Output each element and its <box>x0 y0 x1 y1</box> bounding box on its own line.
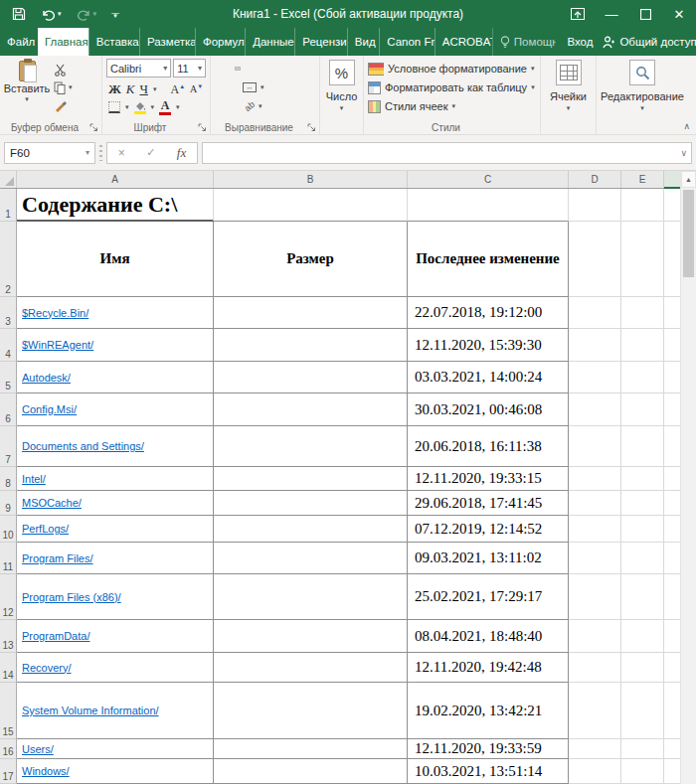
cell-modified[interactable]: 12.11.2020, 15:39:30 <box>408 329 569 362</box>
folder-link[interactable]: Windows/ <box>22 765 70 777</box>
folder-link[interactable]: Documents and Settings/ <box>22 440 144 452</box>
cell-size[interactable] <box>214 362 408 393</box>
cells-dropdown-icon[interactable]: ▾ <box>567 104 571 112</box>
row-header[interactable]: 2 <box>0 222 17 297</box>
cell-modified[interactable]: 09.03.2021, 13:11:02 <box>408 543 569 574</box>
save-icon[interactable] <box>12 7 26 21</box>
cell-modified[interactable]: 07.12.2019, 12:14:52 <box>408 516 569 543</box>
column-header-b[interactable]: B <box>214 171 408 188</box>
cells-table-icon[interactable] <box>556 60 582 85</box>
cell-empty[interactable] <box>664 759 680 784</box>
cell-empty[interactable] <box>569 426 621 467</box>
conditional-formatting-button[interactable]: Условное форматирование ▾ <box>368 60 536 78</box>
format-painter-button[interactable] <box>54 98 73 112</box>
fill-color-dropdown-icon[interactable]: ▾ <box>151 103 155 111</box>
orientation-button[interactable]: ab <box>243 98 257 112</box>
cell-size[interactable] <box>214 739 408 759</box>
merge-center-button[interactable]: ↔ <box>243 82 257 92</box>
underline-button[interactable]: Ч <box>140 81 148 97</box>
cell-empty[interactable] <box>621 543 664 574</box>
cell-name[interactable]: $WinREAgent/ <box>17 329 214 362</box>
folder-link[interactable]: Autodesk/ <box>22 372 71 384</box>
cell-empty[interactable] <box>408 189 569 222</box>
insert-function-icon[interactable]: fx <box>177 145 186 161</box>
column-header-f-selected[interactable] <box>664 171 680 189</box>
cell-empty[interactable] <box>569 759 621 784</box>
column-header-a[interactable]: A <box>17 171 214 188</box>
cell-name[interactable]: Intel/ <box>17 467 214 491</box>
row-header[interactable]: 16 <box>0 739 17 759</box>
cut-button[interactable] <box>54 63 73 77</box>
cell-empty[interactable] <box>664 189 680 222</box>
decrease-indent-button[interactable] <box>219 105 223 107</box>
orientation-dropdown-icon[interactable]: ▾ <box>259 102 262 110</box>
paste-button[interactable]: Вставить ▾ <box>4 59 50 120</box>
undo-button[interactable]: ▾ <box>41 8 62 21</box>
row-header[interactable]: 6 <box>0 393 17 426</box>
cell-modified[interactable]: 10.03.2021, 13:51:14 <box>408 759 569 784</box>
cell-empty[interactable] <box>664 620 680 653</box>
tab-formulas[interactable]: Формул <box>195 28 245 56</box>
tab-review[interactable]: Рецензи <box>294 28 347 56</box>
font-dialog-launcher-icon[interactable] <box>198 123 207 132</box>
row-header[interactable]: 7 <box>0 426 17 467</box>
cell-empty[interactable] <box>569 620 621 653</box>
cell-empty[interactable] <box>664 329 680 362</box>
cell-empty[interactable] <box>569 297 621 329</box>
cell-name[interactable]: System Volume Information/ <box>17 683 214 739</box>
maximize-icon[interactable] <box>628 0 662 28</box>
tab-canon[interactable]: Canon Fr <box>379 28 434 56</box>
folder-link[interactable]: ProgramData/ <box>22 630 89 642</box>
cell-name[interactable]: Config.Msi/ <box>17 393 214 426</box>
cell-empty[interactable] <box>569 189 621 222</box>
cell-size[interactable] <box>214 516 408 543</box>
cell-header-name[interactable]: Имя <box>17 222 214 297</box>
editing-group[interactable]: Редактирование ▾ <box>597 56 688 134</box>
grow-font-button[interactable]: А▲ <box>170 82 185 97</box>
scroll-up-icon[interactable]: ▲ <box>681 171 696 188</box>
cell-header-modified[interactable]: Последнее изменение <box>408 222 569 297</box>
cell-empty[interactable] <box>664 362 680 393</box>
tab-insert[interactable]: Вставка <box>88 28 139 56</box>
folder-link[interactable]: $Recycle.Bin/ <box>22 307 88 319</box>
cell-modified[interactable]: 20.06.2018, 16:11:38 <box>408 426 569 467</box>
cell-empty[interactable] <box>664 297 680 329</box>
cell-empty[interactable] <box>569 574 621 620</box>
row-header[interactable]: 4 <box>0 329 17 362</box>
tab-page-layout[interactable]: Разметка <box>139 28 195 56</box>
minimize-icon[interactable]: — <box>595 0 628 28</box>
cell-empty[interactable] <box>664 222 680 297</box>
row-header[interactable]: 5 <box>0 362 17 393</box>
merge-dropdown-icon[interactable]: ▾ <box>261 83 264 91</box>
paste-dropdown-icon[interactable]: ▾ <box>25 95 29 103</box>
cell-modified[interactable]: 29.06.2018, 17:41:45 <box>408 491 569 516</box>
customize-qat-icon[interactable]: —▾ <box>111 11 119 17</box>
tab-data[interactable]: Данные <box>245 28 294 56</box>
ribbon-display-options-icon[interactable] <box>561 0 595 28</box>
cell-empty[interactable] <box>664 491 680 516</box>
clipboard-dialog-launcher-icon[interactable] <box>89 123 98 132</box>
cell-name[interactable]: Users/ <box>17 739 214 759</box>
vertical-scrollbar[interactable]: ▲ <box>680 171 696 784</box>
cell-empty[interactable] <box>569 329 621 362</box>
cell-size[interactable] <box>214 329 408 362</box>
cell-size[interactable] <box>214 491 408 516</box>
folder-link[interactable]: Intel/ <box>22 473 46 485</box>
cell-modified[interactable]: 22.07.2018, 19:12:00 <box>408 297 569 329</box>
cell-empty[interactable] <box>664 467 680 491</box>
font-size-combo[interactable]: 11▾ <box>173 59 206 78</box>
folder-link[interactable]: Program Files (x86)/ <box>22 591 121 603</box>
cell-empty[interactable] <box>621 189 664 222</box>
font-color-dropdown-icon[interactable]: ▾ <box>176 103 180 111</box>
row-header[interactable]: 8 <box>0 467 17 491</box>
cell-size[interactable] <box>214 297 408 329</box>
share-button[interactable]: Общий доступ <box>596 28 696 56</box>
cell-empty[interactable] <box>621 467 664 491</box>
cell-empty[interactable] <box>569 683 621 739</box>
cell-empty[interactable] <box>664 393 680 426</box>
row-header[interactable]: 10 <box>0 516 17 543</box>
cell-size[interactable] <box>214 759 408 784</box>
column-header-e[interactable]: E <box>621 171 664 188</box>
cell-name[interactable]: Recovery/ <box>17 653 214 683</box>
confirm-entry-icon[interactable]: ✓ <box>146 146 155 159</box>
